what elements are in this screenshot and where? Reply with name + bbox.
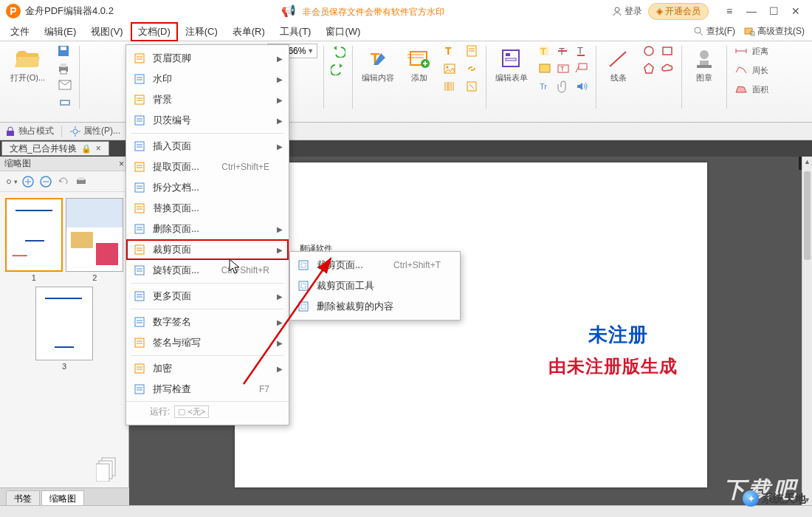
highlight-button[interactable]: T xyxy=(537,43,553,59)
scan-button[interactable] xyxy=(57,95,73,111)
menu-button[interactable]: ≡ xyxy=(719,4,740,18)
menu-item-2[interactable]: 背景▶ xyxy=(126,89,289,110)
attach-file-button[interactable] xyxy=(555,78,571,95)
menu-annotate[interactable]: 注释(C) xyxy=(178,22,225,41)
menu-item-10[interactable]: 裁剪页面▶ xyxy=(126,239,289,260)
menu-item-1[interactable]: 水印▶ xyxy=(126,69,289,89)
menu-item-8[interactable]: 替换页面... xyxy=(126,198,289,219)
tab-thumbnails[interactable]: 缩略图 xyxy=(41,490,84,505)
menu-file[interactable]: 文件 xyxy=(3,22,37,41)
area-button[interactable] xyxy=(733,81,749,97)
cloud-button[interactable] xyxy=(659,61,675,77)
properties-button[interactable]: 属性(P)... xyxy=(69,125,120,137)
page-canvas[interactable]: 未注册 由未注册版生成 xyxy=(235,162,707,487)
minimize-button[interactable]: — xyxy=(741,4,762,18)
undo-button[interactable] xyxy=(330,43,346,59)
sidebar-close-button[interactable]: × xyxy=(119,159,124,169)
document-tab[interactable]: 文档_已合并转换 🔒 × xyxy=(1,141,109,156)
edit-content-button[interactable]: T 编辑内容 xyxy=(359,43,397,85)
menu-item-16[interactable]: 签名与缩写▶ xyxy=(126,332,289,353)
vertical-scrollbar[interactable]: ▲ ▼ xyxy=(802,157,812,505)
login-button[interactable]: 登录 xyxy=(612,5,642,18)
multi-page-button[interactable] xyxy=(96,456,118,482)
menu-edit[interactable]: 编辑(E) xyxy=(37,22,83,41)
perimeter-button[interactable] xyxy=(733,62,749,78)
polygon-button[interactable] xyxy=(641,61,657,77)
menu-item-6[interactable]: 提取页面...Ctrl+Shift+E xyxy=(126,157,289,177)
menu-item-18[interactable]: 加密▶ xyxy=(126,358,289,379)
close-button[interactable]: ✕ xyxy=(785,4,806,18)
submenu-item-1[interactable]: 裁剪页面工具 xyxy=(290,275,460,296)
svg-rect-105 xyxy=(135,183,144,192)
print-button[interactable] xyxy=(55,61,72,77)
sidebar-options-button[interactable]: ▾ xyxy=(3,174,18,189)
underline-button[interactable]: T xyxy=(574,43,590,59)
menu-item-7[interactable]: 拆分文档... xyxy=(126,177,289,198)
exclusive-mode-button[interactable]: 独占模式 xyxy=(4,125,54,137)
tab-bookmarks[interactable]: 书签 xyxy=(6,490,40,505)
edit-content-icon: T xyxy=(365,46,391,72)
rect-button[interactable] xyxy=(659,43,675,59)
scroll-up-button[interactable]: ▲ xyxy=(802,157,812,167)
menu-item-9[interactable]: 删除页面...▶ xyxy=(126,219,289,239)
edit-form-button[interactable]: 编辑表单 xyxy=(492,43,531,85)
strikeout-button[interactable]: T xyxy=(555,43,571,59)
typewriter-button[interactable]: Tr xyxy=(537,78,553,95)
email-button[interactable] xyxy=(57,77,73,93)
adv-find-button[interactable]: 高级查找(S) xyxy=(740,24,809,39)
submenu-item-2[interactable]: 删除被裁剪的内容 xyxy=(290,296,460,317)
zoom-out-thumb-button[interactable] xyxy=(38,174,53,189)
textbox-button[interactable]: T xyxy=(555,61,571,77)
menu-item-icon xyxy=(132,201,147,216)
sidebar-toolbar: ▾ xyxy=(0,171,128,192)
menu-item-5[interactable]: 插入页面▶ xyxy=(126,136,289,157)
menu-item-11[interactable]: 旋转页面...Ctrl+Shift+R xyxy=(126,260,289,281)
zoom-in-thumb-button[interactable] xyxy=(21,174,35,189)
menu-item-0[interactable]: 页眉页脚▶ xyxy=(126,48,289,69)
image-tool-button[interactable] xyxy=(441,61,458,77)
open-button[interactable]: 打开(O)... xyxy=(7,43,48,85)
menu-item-13[interactable]: 更多页面▶ xyxy=(126,286,289,307)
print-thumb-button[interactable] xyxy=(74,174,89,189)
submenu-item-0[interactable]: 裁剪页面...Ctrl+Shift+T xyxy=(290,255,460,275)
tab-close-button[interactable]: × xyxy=(96,143,101,154)
menu-item-label: 水印 xyxy=(153,72,172,86)
doc-tool-button[interactable] xyxy=(464,43,480,59)
run-value[interactable]: ▢ <无> xyxy=(174,405,209,418)
thumbnail-3[interactable]: 3 xyxy=(35,287,93,371)
save-button[interactable] xyxy=(55,43,72,59)
svg-text:T: T xyxy=(577,45,583,56)
stamp-button[interactable]: 图章 xyxy=(688,43,720,85)
rotate-thumb-button[interactable] xyxy=(56,174,71,189)
menu-tools[interactable]: 工具(T) xyxy=(272,22,319,41)
menu-item-icon xyxy=(132,51,147,66)
redo-icon xyxy=(331,62,345,75)
menu-form[interactable]: 表单(R) xyxy=(225,22,272,41)
scrollbar-thumb[interactable] xyxy=(804,171,811,260)
barcode-button[interactable] xyxy=(441,78,458,95)
vip-button[interactable]: ◈ 开通会员 xyxy=(648,3,709,20)
maximize-button[interactable]: ☐ xyxy=(763,4,784,18)
attach-button[interactable] xyxy=(464,78,480,95)
text-tool-button[interactable]: T xyxy=(441,43,458,59)
circle-button[interactable] xyxy=(641,43,657,59)
note-button[interactable] xyxy=(537,61,553,77)
lines-button[interactable]: 线条 xyxy=(602,43,635,85)
callout-button[interactable] xyxy=(574,61,590,77)
menu-item-icon xyxy=(132,242,147,257)
menu-item-3[interactable]: 贝茨编号▶ xyxy=(126,110,289,131)
menu-item-19[interactable]: 拼写检查F7 xyxy=(126,379,289,400)
stamp-label: 图章 xyxy=(696,73,712,82)
distance-button[interactable] xyxy=(733,43,749,59)
sound-button[interactable] xyxy=(574,78,590,95)
menu-item-15[interactable]: 数字签名▶ xyxy=(126,312,289,332)
thumbnail-1[interactable]: ▬▬▬▬ 1 xyxy=(5,198,63,282)
menu-window[interactable]: 窗口(W) xyxy=(318,22,368,41)
menu-view[interactable]: 视图(V) xyxy=(83,22,130,41)
redo-button[interactable] xyxy=(330,61,346,77)
menu-document[interactable]: 文档(D) xyxy=(131,22,178,41)
thumbnail-2[interactable]: 2 xyxy=(66,198,123,282)
add-button[interactable]: 添加 xyxy=(403,43,436,85)
find-button[interactable]: 查找(F) xyxy=(689,24,740,39)
link-button[interactable] xyxy=(464,61,480,77)
